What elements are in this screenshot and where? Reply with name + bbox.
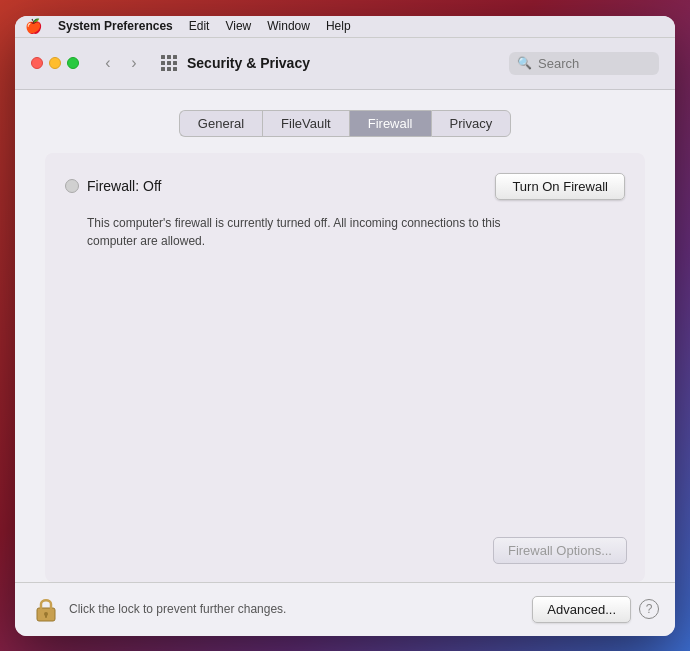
content-area: General FileVault Firewall Privacy Firew… (15, 90, 675, 582)
grid-dot (173, 67, 177, 71)
apple-menu[interactable]: 🍎 (25, 18, 42, 34)
firewall-description: This computer's firewall is currently tu… (87, 214, 507, 250)
search-input[interactable] (538, 56, 651, 71)
firewall-status-left: Firewall: Off (65, 178, 161, 194)
firewall-status-indicator (65, 179, 79, 193)
grid-dot (167, 67, 171, 71)
tab-privacy[interactable]: Privacy (431, 110, 512, 137)
advanced-button[interactable]: Advanced... (532, 596, 631, 623)
grid-dot (167, 61, 171, 65)
menubar-item-window[interactable]: Window (267, 19, 310, 33)
grid-dot (173, 55, 177, 59)
forward-button[interactable]: › (123, 52, 145, 74)
turn-on-firewall-button[interactable]: Turn On Firewall (495, 173, 625, 200)
traffic-lights (31, 57, 79, 69)
toolbar: ‹ › Security & Privacy 🔍 (15, 38, 675, 90)
grid-dot (167, 55, 171, 59)
menubar-item-help[interactable]: Help (326, 19, 351, 33)
grid-dot (173, 61, 177, 65)
tab-filevault[interactable]: FileVault (262, 110, 349, 137)
tab-general[interactable]: General (179, 110, 262, 137)
help-button[interactable]: ? (639, 599, 659, 619)
tab-firewall[interactable]: Firewall (349, 110, 431, 137)
menubar-item-sysprefs[interactable]: System Preferences (58, 19, 173, 33)
bottom-bar: Click the lock to prevent further change… (15, 582, 675, 636)
search-bar[interactable]: 🔍 (509, 52, 659, 75)
grid-dot (161, 55, 165, 59)
firewall-status-row: Firewall: Off Turn On Firewall (65, 173, 625, 200)
back-button[interactable]: ‹ (97, 52, 119, 74)
firewall-status-label: Firewall: Off (87, 178, 161, 194)
window-title: Security & Privacy (187, 55, 499, 71)
firewall-panel: Firewall: Off Turn On Firewall This comp… (45, 153, 645, 582)
tabs: General FileVault Firewall Privacy (45, 110, 645, 137)
menubar-item-view[interactable]: View (225, 19, 251, 33)
menubar: 🍎 System Preferences Edit View Window He… (15, 16, 675, 38)
maximize-button[interactable] (67, 57, 79, 69)
search-icon: 🔍 (517, 56, 532, 70)
grid-icon[interactable] (161, 55, 177, 71)
firewall-options-button[interactable]: Firewall Options... (493, 537, 627, 564)
svg-rect-2 (45, 614, 47, 618)
nav-buttons: ‹ › (97, 52, 145, 74)
system-preferences-window: 🍎 System Preferences Edit View Window He… (15, 16, 675, 636)
lock-icon (35, 595, 57, 623)
menubar-item-edit[interactable]: Edit (189, 19, 210, 33)
lock-help-text: Click the lock to prevent further change… (69, 602, 532, 616)
lock-button[interactable] (31, 591, 61, 627)
close-button[interactable] (31, 57, 43, 69)
grid-dot (161, 61, 165, 65)
grid-dot (161, 67, 165, 71)
minimize-button[interactable] (49, 57, 61, 69)
